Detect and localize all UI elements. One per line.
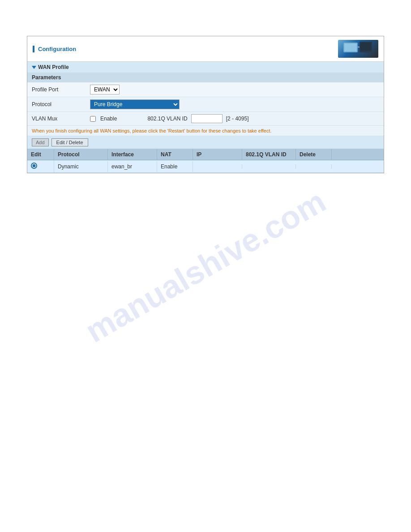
profile-port-label: Profile Port: [32, 86, 90, 93]
vlan-mux-control: Enable 802.1Q VLAN ID [2 - 4095]: [90, 114, 248, 123]
notice-text: When you finish configuring all WAN sett…: [32, 128, 272, 133]
config-title: Configuration: [33, 46, 76, 52]
wan-profile-title: WAN Profile: [38, 64, 69, 70]
vlan-enable-checkbox[interactable]: [90, 116, 96, 122]
config-panel: Configuration WAN Profile Parameters Pro: [27, 36, 384, 173]
edit-delete-button[interactable]: Edit / Delete: [51, 138, 88, 146]
svg-rect-1: [344, 43, 357, 51]
vlan-mux-row: VLAN Mux Enable 802.1Q VLAN ID [2 - 4095…: [27, 112, 384, 126]
vlan-id-input[interactable]: [191, 114, 223, 123]
th-protocol: Protocol: [54, 149, 108, 160]
vlan-enable-label: Enable: [100, 116, 117, 122]
td-nat: Enable: [157, 161, 193, 172]
triangle-icon: [32, 66, 36, 69]
th-nat: NAT: [157, 149, 193, 160]
wan-profile-title-bar: WAN Profile: [27, 62, 384, 73]
svg-rect-3: [360, 43, 371, 51]
td-vlan: [242, 164, 296, 169]
vlan-mux-label: VLAN Mux: [32, 116, 90, 122]
td-ip: [193, 164, 242, 169]
profile-port-select[interactable]: EWAN: [90, 85, 120, 94]
th-ip: IP: [193, 149, 242, 160]
protocol-label: Protocol: [32, 101, 90, 107]
table-row: Dynamic ewan_br Enable: [27, 160, 384, 173]
th-edit: Edit: [27, 149, 54, 160]
radio-selected[interactable]: [31, 163, 37, 169]
protocol-row: Protocol Pure Bridge: [27, 97, 384, 112]
action-row: Add Edit / Delete: [27, 136, 384, 149]
protocol-select[interactable]: Pure Bridge: [90, 99, 180, 109]
params-label: Parameters: [32, 74, 61, 81]
td-delete: [296, 164, 332, 169]
add-button[interactable]: Add: [32, 138, 49, 146]
vlan-802-label: 802.1Q VLAN ID: [147, 116, 187, 122]
vlan-range-label: [2 - 4095]: [226, 116, 249, 122]
notice-row: When you finish configuring all WAN sett…: [27, 126, 384, 136]
watermark: manualshive.com: [79, 182, 332, 349]
table-header-row: Edit Protocol Interface NAT IP 802.1Q VL…: [27, 149, 384, 160]
th-delete: Delete: [296, 149, 332, 160]
config-header: Configuration: [27, 36, 384, 62]
profile-port-row: Profile Port EWAN: [27, 82, 384, 97]
profile-port-control: EWAN: [90, 85, 379, 94]
td-edit[interactable]: [27, 160, 54, 172]
config-icon: [338, 40, 378, 58]
params-bar: Parameters: [27, 73, 384, 82]
td-protocol: Dynamic: [54, 161, 108, 172]
th-interface: Interface: [108, 149, 157, 160]
th-vlan: 802.1Q VLAN ID: [242, 149, 296, 160]
td-interface: ewan_br: [108, 161, 157, 172]
protocol-control: Pure Bridge: [90, 99, 379, 109]
